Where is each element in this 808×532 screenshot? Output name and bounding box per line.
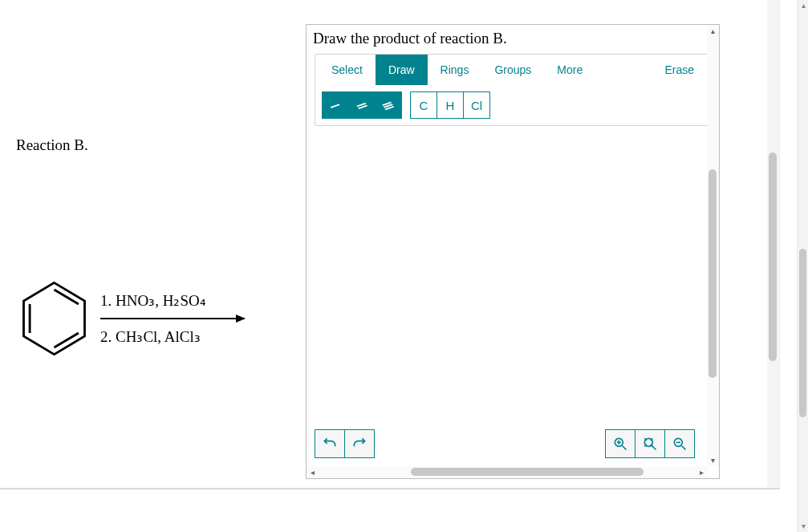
atom-h-button[interactable]: H xyxy=(436,91,464,119)
benzene-icon xyxy=(16,274,92,363)
question-area: Reaction B. 1. HNO₃, H₂SO₄ 2. CH₃Cl, AlC… xyxy=(0,0,780,489)
undo-icon xyxy=(322,436,338,452)
scroll-up-icon[interactable]: ▴ xyxy=(798,0,808,11)
reagents-block: 1. HNO₃, H₂SO₄ 2. CH₃Cl, AlCl₃ xyxy=(100,291,245,346)
svg-line-1 xyxy=(55,290,79,304)
scroll-down-icon[interactable]: ▾ xyxy=(707,454,719,466)
tab-groups[interactable]: Groups xyxy=(481,55,544,85)
reagent-step-2: 2. CH₃Cl, AlCl₃ xyxy=(100,327,245,346)
page-vertical-scrollbar[interactable]: ▴ ▾ xyxy=(797,0,808,532)
scroll-up-icon[interactable]: ▴ xyxy=(707,25,719,37)
scroll-thumb-h[interactable] xyxy=(411,468,644,476)
redo-icon xyxy=(351,436,367,452)
scroll-thumb-v[interactable] xyxy=(709,169,717,378)
editor-toolbar: Select Draw Rings Groups More Erase / //… xyxy=(315,54,711,126)
scroll-right-icon[interactable]: ▸ xyxy=(696,466,708,478)
single-bond-icon: / xyxy=(329,100,342,109)
zoom-out-button[interactable] xyxy=(664,429,695,458)
tool-row: / // /// C H Cl xyxy=(315,85,710,125)
double-bond-button[interactable]: // xyxy=(348,91,376,119)
drawing-canvas[interactable] xyxy=(315,133,698,422)
scroll-left-icon[interactable]: ◂ xyxy=(307,466,319,478)
tab-draw[interactable]: Draw xyxy=(376,55,428,85)
history-group xyxy=(315,429,375,458)
reaction-title: Reaction B. xyxy=(16,136,305,154)
reaction-scheme: 1. HNO₃, H₂SO₄ 2. CH₃Cl, AlCl₃ xyxy=(16,274,305,363)
bond-tool-group: / // /// xyxy=(322,91,402,119)
editor-horizontal-scrollbar[interactable]: ◂ ▸ xyxy=(307,466,708,478)
editor-prompt: Draw the product of reaction B. xyxy=(307,25,719,54)
atom-cl-button[interactable]: Cl xyxy=(463,91,490,119)
question-vertical-scrollbar[interactable] xyxy=(767,0,779,488)
zoom-fit-button[interactable] xyxy=(635,429,665,458)
tab-row: Select Draw Rings Groups More Erase xyxy=(315,55,710,85)
editor-vertical-scrollbar[interactable]: ▴ ▾ xyxy=(707,25,719,466)
tab-erase[interactable]: Erase xyxy=(652,55,707,85)
double-bond-icon: // xyxy=(355,99,369,111)
redo-button[interactable] xyxy=(344,429,375,458)
atom-c-button[interactable]: C xyxy=(410,91,437,119)
reaction-arrow-icon xyxy=(100,318,245,319)
left-pane: Reaction B. 1. HNO₃, H₂SO₄ 2. CH₃Cl, AlC… xyxy=(16,136,305,363)
atom-tool-group: C H Cl xyxy=(410,91,490,119)
zoom-in-icon xyxy=(612,436,628,452)
scroll-thumb[interactable] xyxy=(799,249,806,417)
zoom-group xyxy=(605,429,695,458)
structure-editor: Draw the product of reaction B. Select D… xyxy=(306,24,720,479)
zoom-out-icon xyxy=(672,436,688,452)
single-bond-button[interactable]: / xyxy=(322,91,349,119)
bottom-controls xyxy=(315,429,695,458)
triple-bond-icon: /// xyxy=(380,99,396,112)
scroll-thumb[interactable] xyxy=(769,152,777,361)
svg-line-2 xyxy=(55,333,79,347)
zoom-fit-icon xyxy=(642,436,658,452)
tab-select[interactable]: Select xyxy=(319,55,376,85)
triple-bond-button[interactable]: /// xyxy=(375,91,402,119)
tab-more[interactable]: More xyxy=(544,55,595,85)
svg-marker-0 xyxy=(24,282,85,354)
zoom-in-button[interactable] xyxy=(605,429,635,458)
undo-button[interactable] xyxy=(315,429,345,458)
tab-rings[interactable]: Rings xyxy=(428,55,482,85)
svg-line-5 xyxy=(623,446,627,450)
svg-line-11 xyxy=(682,446,686,450)
scroll-down-icon[interactable]: ▾ xyxy=(798,521,808,532)
reagent-step-1: 1. HNO₃, H₂SO₄ xyxy=(100,291,245,310)
